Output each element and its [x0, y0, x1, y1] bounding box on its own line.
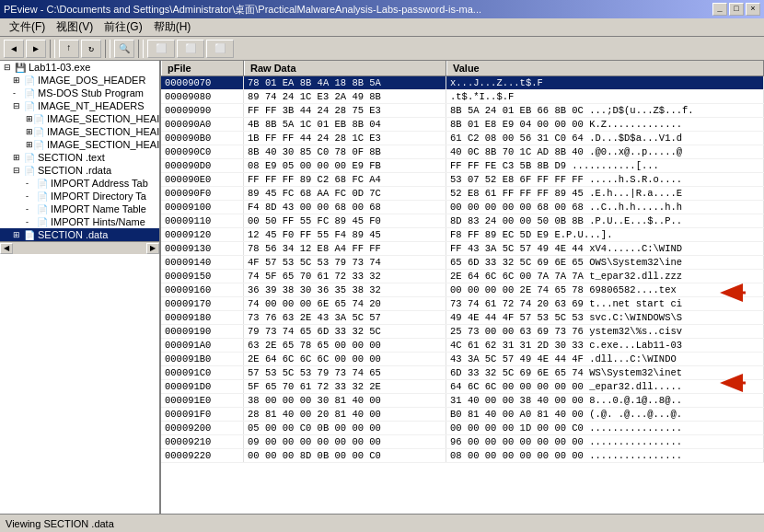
- expander-icon-5[interactable]: ⊞: [26, 127, 33, 136]
- expander-icon-13[interactable]: ⊞: [13, 230, 24, 239]
- table-row[interactable]: 0000917074 00 00 00 6E 65 74 2073 74 61 …: [161, 297, 764, 311]
- tree-item-1[interactable]: ⊞📄IMAGE_DOS_HEADER: [0, 74, 159, 87]
- expander-icon-3[interactable]: ⊟: [13, 101, 24, 110]
- tree-item-0[interactable]: ⊟💾Lab11-03.exe: [0, 61, 159, 74]
- cell-value-10: 8D 83 24 00 00 50 0B 8B .P.U..E...$..P..: [446, 214, 764, 227]
- expander-icon-2[interactable]: -: [13, 88, 24, 98]
- table-row[interactable]: 000091B02E 64 6C 6C 6C 00 00 0043 3A 5C …: [161, 353, 764, 366]
- table-row[interactable]: 0000915074 5F 65 70 61 72 33 322E 64 6C …: [161, 270, 764, 283]
- left-panel-tree[interactable]: ⊟💾Lab11-03.exe⊞📄IMAGE_DOS_HEADER-📄MS-DOS…: [0, 61, 161, 514]
- expander-icon-4[interactable]: ⊞: [26, 114, 33, 123]
- table-row[interactable]: 0000911000 50 FF 55 FC 89 45 F08D 83 24 …: [161, 214, 764, 228]
- cell-value-15: 00 00 00 00 2E 74 65 78 69806582....tex: [446, 283, 764, 296]
- cell-raw-17: 73 76 63 2E 43 3A 5C 57: [244, 311, 446, 324]
- table-row[interactable]: 000091F028 81 40 00 20 81 40 00B0 81 40 …: [161, 408, 764, 422]
- table-row[interactable]: 000090E0FF FF FF 89 C2 68 FC A453 07 52 …: [161, 173, 764, 187]
- cell-addr-5: 000090C0: [161, 145, 244, 158]
- toolbar-separator-2: [105, 40, 110, 58]
- tree-item-12[interactable]: -📄IMPORT Hints/Name: [0, 215, 159, 228]
- table-row[interactable]: 0000918073 76 63 2E 43 3A 5C 5749 4E 44 …: [161, 311, 764, 325]
- tree-item-11[interactable]: -📄IMPORT Name Table: [0, 202, 159, 215]
- cell-addr-14: 00009150: [161, 270, 244, 283]
- cell-value-26: 96 00 00 00 00 00 00 00 ................: [446, 435, 764, 448]
- expander-icon-0[interactable]: ⊟: [4, 63, 15, 72]
- cell-raw-24: 28 81 40 00 20 81 40 00: [244, 408, 446, 421]
- expander-icon-1[interactable]: ⊞: [13, 75, 24, 85]
- expander-icon-8[interactable]: ⊟: [13, 166, 24, 175]
- folder-icon-0: 💾: [15, 63, 26, 73]
- folder-icon-7: 📄: [24, 153, 35, 163]
- tree-item-9[interactable]: -📄IMPORT Address Tab: [0, 177, 159, 190]
- table-row[interactable]: 0000908089 74 24 1C E3 2A 49 8B.t$.*I..$…: [161, 90, 764, 104]
- up-button[interactable]: ↑: [59, 40, 79, 58]
- zoom-fit-button[interactable]: ⬜: [206, 40, 234, 58]
- menu-file[interactable]: 文件(F): [4, 17, 51, 37]
- zoom-out-button[interactable]: ⬜: [177, 40, 204, 58]
- cell-value-6: FF FF FE C3 5B 8B D9 ...........[...: [446, 159, 764, 172]
- cell-value-16: 73 74 61 72 74 20 63 69 t...net start ci: [446, 297, 764, 310]
- tree-item-10[interactable]: -📄IMPORT Directory Ta: [0, 190, 159, 202]
- expander-icon-11[interactable]: -: [26, 204, 37, 214]
- expander-icon-12[interactable]: -: [26, 217, 37, 226]
- menu-go[interactable]: 前往(G): [98, 17, 147, 37]
- table-row[interactable]: 0000912012 45 F0 FF 55 F4 89 45F8 FF 89 …: [161, 228, 764, 242]
- table-row[interactable]: 000090B01B FF FF 44 24 28 1C E361 C2 08 …: [161, 132, 764, 145]
- tree-item-4[interactable]: ⊞📄IMAGE_SECTION_HEAI: [0, 112, 159, 125]
- table-row[interactable]: 00009090FF FF 3B 44 24 28 75 E38B 5A 24 …: [161, 104, 764, 118]
- table-row[interactable]: 000091C057 53 5C 53 79 73 74 656D 33 32 …: [161, 366, 764, 380]
- tree-item-7[interactable]: ⊞📄SECTION .text: [0, 151, 159, 164]
- table-row[interactable]: 0000921009 00 00 00 00 00 00 0096 00 00 …: [161, 435, 764, 449]
- table-row[interactable]: 0000922000 00 00 8D 0B 00 00 C008 00 00 …: [161, 449, 764, 463]
- table-row[interactable]: 0000916036 39 38 30 36 35 38 3200 00 00 …: [161, 283, 764, 297]
- cell-raw-23: 38 00 00 00 30 81 40 00: [244, 394, 446, 407]
- expander-icon-6[interactable]: ⊞: [26, 140, 33, 149]
- table-row[interactable]: 0000920005 00 00 C0 0B 00 00 0000 00 00 …: [161, 422, 764, 435]
- cell-addr-9: 00009100: [161, 201, 244, 214]
- maximize-button[interactable]: □: [729, 3, 744, 16]
- cell-value-17: 49 4E 44 4F 57 53 5C 53 svc.C:\WINDOWS\S: [446, 311, 764, 324]
- expander-icon-7[interactable]: ⊞: [13, 153, 24, 162]
- cell-addr-27: 00009220: [161, 449, 244, 462]
- zoom-in-button[interactable]: ⬜: [147, 40, 175, 58]
- tree-item-6[interactable]: ⊞📄IMAGE_SECTION_HEAI: [0, 138, 159, 151]
- menu-help[interactable]: 帮助(H): [148, 17, 197, 37]
- table-row[interactable]: 0000919079 73 74 65 6D 33 32 5C25 73 00 …: [161, 325, 764, 339]
- expander-icon-9[interactable]: -: [26, 179, 37, 188]
- cell-raw-22: 5F 65 70 61 72 33 32 2E: [244, 380, 446, 393]
- table-row[interactable]: 000090F089 45 FC 68 AA FC 0D 7C52 E8 61 …: [161, 187, 764, 201]
- table-row[interactable]: 00009100F4 8D 43 00 00 68 00 6800 00 00 …: [161, 201, 764, 214]
- tree-label-9: IMPORT Address Tab: [51, 178, 148, 189]
- table-header: pFile Raw Data Value: [161, 61, 764, 76]
- cell-addr-0: 00009070: [161, 76, 244, 89]
- table-row[interactable]: 000090A04B 8B 5A 1C 01 EB 8B 048B 01 E8 …: [161, 118, 764, 132]
- table-row[interactable]: 0000907078 01 EA 8B 4A 18 8B 5Ax...J...Z…: [161, 76, 764, 90]
- tree-item-13[interactable]: ⊞📄SECTION .data: [0, 228, 159, 241]
- table-row[interactable]: 0000913078 56 34 12 E8 A4 FF FFFF 43 3A …: [161, 242, 764, 256]
- expander-icon-10[interactable]: -: [26, 191, 37, 201]
- cell-value-18: 25 73 00 00 63 69 73 76 ystem32\%s..cisv: [446, 325, 764, 338]
- refresh-button[interactable]: ↻: [81, 40, 101, 58]
- tree-item-3[interactable]: ⊟📄IMAGE_NT_HEADERS: [0, 99, 159, 112]
- tree-item-8[interactable]: ⊟📄SECTION .rdata: [0, 164, 159, 177]
- table-row[interactable]: 000090C08B 40 30 85 C0 78 0F 8B40 0C 8B …: [161, 145, 764, 159]
- window-controls[interactable]: _ □ ×: [712, 3, 760, 16]
- table-row[interactable]: 000091404F 57 53 5C 53 79 73 7465 6D 33 …: [161, 256, 764, 270]
- table-row[interactable]: 000091A063 2E 65 78 65 00 00 004C 61 62 …: [161, 339, 764, 353]
- table-row[interactable]: 000091D05F 65 70 61 72 33 32 2E64 6C 6C …: [161, 380, 764, 394]
- scroll-right-button[interactable]: ▶: [146, 243, 159, 254]
- forward-button[interactable]: ▶: [26, 40, 46, 58]
- cell-raw-4: 1B FF FF 44 24 28 1C E3: [244, 132, 446, 145]
- tree-item-5[interactable]: ⊞📄IMAGE_SECTION_HEAI: [0, 125, 159, 138]
- search-button[interactable]: 🔍: [114, 40, 134, 58]
- close-button[interactable]: ×: [746, 3, 760, 16]
- data-table-body[interactable]: 0000907078 01 EA 8B 4A 18 8B 5Ax...J...Z…: [161, 76, 764, 514]
- minimize-button[interactable]: _: [712, 3, 727, 16]
- table-row[interactable]: 000091E038 00 00 00 30 81 40 0031 40 00 …: [161, 394, 764, 408]
- back-button[interactable]: ◀: [4, 40, 24, 58]
- tree-item-2[interactable]: -📄MS-DOS Stub Program: [0, 87, 159, 99]
- table-row[interactable]: 000090D008 E9 05 00 00 00 E9 FBFF FF FE …: [161, 159, 764, 173]
- menu-view[interactable]: 视图(V): [51, 17, 98, 37]
- scroll-left-button[interactable]: ◀: [0, 243, 13, 254]
- cell-addr-19: 000091A0: [161, 339, 244, 352]
- cell-raw-3: 4B 8B 5A 1C 01 EB 8B 04: [244, 118, 446, 131]
